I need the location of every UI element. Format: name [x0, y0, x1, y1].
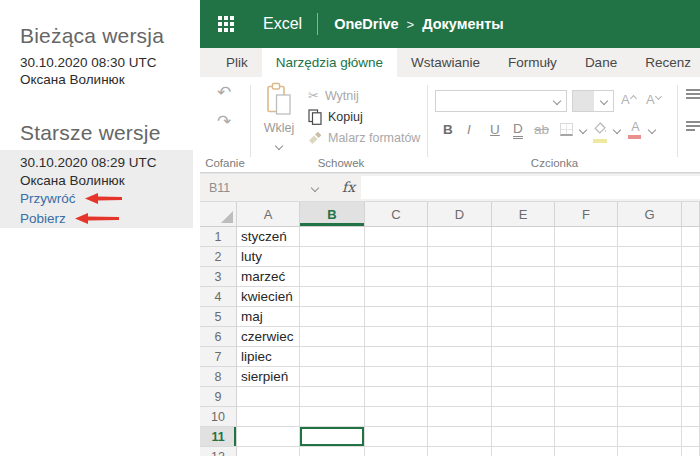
cell-d6[interactable]: [428, 327, 492, 347]
cell-d4[interactable]: [428, 287, 492, 307]
cell-e5[interactable]: [492, 307, 555, 327]
cell-c9[interactable]: [365, 387, 428, 407]
cell-e12[interactable]: [492, 447, 555, 456]
column-header-g[interactable]: G: [618, 202, 682, 227]
font-color-dropdown-icon[interactable]: [648, 126, 656, 134]
cell-a11[interactable]: [237, 427, 300, 447]
tab-plik[interactable]: Plik: [212, 48, 262, 77]
cell-e8[interactable]: [492, 367, 555, 387]
formula-input[interactable]: [361, 176, 700, 199]
cell-f7[interactable]: [555, 347, 618, 367]
strikethrough-button[interactable]: ab: [534, 121, 549, 139]
cell-f5[interactable]: [555, 307, 618, 327]
cell-c8[interactable]: [365, 367, 428, 387]
fx-icon[interactable]: fx: [342, 179, 355, 195]
cell-a4[interactable]: kwiecień: [237, 287, 300, 307]
cell-c6[interactable]: [365, 327, 428, 347]
align-top-button[interactable]: [686, 89, 700, 101]
column-header-partial[interactable]: [682, 202, 700, 227]
cell-e10[interactable]: [492, 407, 555, 427]
column-header-d[interactable]: D: [428, 202, 492, 227]
cell-b1[interactable]: [300, 227, 365, 247]
format-painter-button[interactable]: Malarz formatów: [308, 131, 420, 145]
font-name-combobox[interactable]: [435, 90, 567, 112]
cell-d8[interactable]: [428, 367, 492, 387]
cell-g1[interactable]: [618, 227, 682, 247]
cell-a10[interactable]: [237, 407, 300, 427]
cell-partial[interactable]: [682, 327, 700, 347]
cell-b2[interactable]: [300, 247, 365, 267]
tab-recenz[interactable]: Recenz: [631, 48, 700, 77]
row-header-3[interactable]: 3: [200, 267, 237, 287]
cell-f1[interactable]: [555, 227, 618, 247]
tab-formuły[interactable]: Formuły: [494, 48, 571, 77]
cell-partial[interactable]: [682, 267, 700, 287]
cell-g9[interactable]: [618, 387, 682, 407]
underline-button[interactable]: U: [490, 121, 500, 139]
cell-d1[interactable]: [428, 227, 492, 247]
cell-b7[interactable]: [300, 347, 365, 367]
cell-f11[interactable]: [555, 427, 618, 447]
font-size-combobox[interactable]: [572, 90, 614, 112]
row-header-7[interactable]: 7: [200, 347, 237, 367]
cell-b11[interactable]: [300, 427, 365, 447]
cell-e9[interactable]: [492, 387, 555, 407]
cell-f12[interactable]: [555, 447, 618, 456]
row-header-5[interactable]: 5: [200, 307, 237, 327]
tab-dane[interactable]: Dane: [571, 48, 631, 77]
cell-e7[interactable]: [492, 347, 555, 367]
cell-a2[interactable]: luty: [237, 247, 300, 267]
breadcrumb-onedrive[interactable]: OneDrive: [334, 16, 398, 32]
align-middle-button[interactable]: [686, 121, 700, 133]
cell-d3[interactable]: [428, 267, 492, 287]
cell-a7[interactable]: lipiec: [237, 347, 300, 367]
cell-f10[interactable]: [555, 407, 618, 427]
cell-d11[interactable]: [428, 427, 492, 447]
cell-c12[interactable]: [365, 447, 428, 456]
undo-button[interactable]: ↶: [217, 84, 231, 101]
cell-b10[interactable]: [300, 407, 365, 427]
cell-a1[interactable]: styczeń: [237, 227, 300, 247]
cell-partial[interactable]: [682, 287, 700, 307]
cell-g5[interactable]: [618, 307, 682, 327]
cell-f6[interactable]: [555, 327, 618, 347]
fill-color-dropdown-icon[interactable]: [613, 126, 621, 134]
cell-f3[interactable]: [555, 267, 618, 287]
column-header-f[interactable]: F: [555, 202, 618, 227]
cell-b6[interactable]: [300, 327, 365, 347]
cell-g3[interactable]: [618, 267, 682, 287]
cell-c7[interactable]: [365, 347, 428, 367]
cell-g4[interactable]: [618, 287, 682, 307]
app-launcher-waffle-icon[interactable]: [218, 16, 234, 32]
cell-d9[interactable]: [428, 387, 492, 407]
cell-f8[interactable]: [555, 367, 618, 387]
row-header-4[interactable]: 4: [200, 287, 237, 307]
row-header-11[interactable]: 11: [200, 427, 237, 447]
cell-c10[interactable]: [365, 407, 428, 427]
bold-button[interactable]: B: [443, 121, 453, 139]
cell-c3[interactable]: [365, 267, 428, 287]
cell-b4[interactable]: [300, 287, 365, 307]
redo-button[interactable]: ↷: [217, 113, 231, 130]
row-header-9[interactable]: 9: [200, 387, 237, 407]
copy-button[interactable]: Kopiuj: [308, 109, 363, 125]
cell-f2[interactable]: [555, 247, 618, 267]
cell-e2[interactable]: [492, 247, 555, 267]
cell-d10[interactable]: [428, 407, 492, 427]
cell-partial[interactable]: [682, 247, 700, 267]
cell-g10[interactable]: [618, 407, 682, 427]
cell-partial[interactable]: [682, 447, 700, 456]
column-header-a[interactable]: A: [237, 202, 300, 227]
cell-c5[interactable]: [365, 307, 428, 327]
column-header-e[interactable]: E: [492, 202, 555, 227]
shrink-font-button[interactable]: A: [646, 92, 661, 107]
row-header-1[interactable]: 1: [200, 227, 237, 247]
cell-a12[interactable]: [237, 447, 300, 456]
cell-a5[interactable]: maj: [237, 307, 300, 327]
fill-color-button[interactable]: [593, 120, 608, 143]
cell-c11[interactable]: [365, 427, 428, 447]
row-header-8[interactable]: 8: [200, 367, 237, 387]
restore-link[interactable]: Przywróć: [20, 191, 76, 206]
cell-g7[interactable]: [618, 347, 682, 367]
cell-b9[interactable]: [300, 387, 365, 407]
